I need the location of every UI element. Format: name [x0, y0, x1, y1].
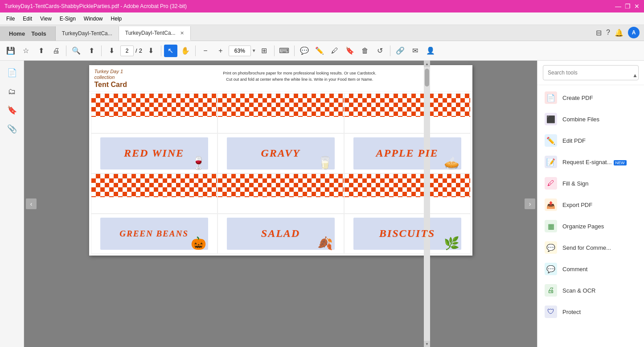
tool-item-comment[interactable]: 💬 Comment: [537, 258, 644, 280]
print-button[interactable]: 🖨: [49, 44, 63, 58]
tool-item-scan-ocr[interactable]: 🖨 Scan & OCR: [537, 280, 644, 301]
stamp-button[interactable]: 🔖: [343, 44, 357, 58]
tab-help-icon[interactable]: ⊟: [596, 29, 602, 37]
zoom-input[interactable]: [229, 45, 251, 56]
hand-tool-button[interactable]: ✋: [178, 44, 193, 58]
food-illustration-1: 🍷: [191, 156, 206, 170]
tool-item-organize-pages[interactable]: ▦ Organize Pages: [537, 215, 644, 237]
menu-esign[interactable]: E-Sign: [56, 15, 79, 23]
scroll-right-arrow[interactable]: ›: [525, 198, 535, 209]
bookmark-button[interactable]: ☆: [19, 44, 33, 58]
next-page-button[interactable]: ⬇: [144, 44, 158, 58]
divider-7: [390, 45, 390, 56]
food-illustration-3: 🥧: [444, 156, 459, 170]
menu-help[interactable]: Help: [107, 15, 126, 23]
page-number-input[interactable]: [120, 45, 134, 56]
title-bar-controls[interactable]: — ❐ ✕: [615, 3, 640, 10]
tool-item-edit-pdf[interactable]: ✏️ Edit PDF: [537, 130, 644, 151]
tool-item-create-pdf[interactable]: 📄 Create PDF: [537, 87, 644, 108]
export-pdf-label: Export PDF: [562, 202, 592, 208]
email-button[interactable]: ✉: [408, 44, 422, 58]
tool-item-export-pdf[interactable]: 📤 Export PDF: [537, 194, 644, 215]
houndstooth-svg-2: [218, 94, 344, 117]
tab-home[interactable]: Home Tools: [0, 26, 56, 41]
left-panel-attach-btn[interactable]: 📎: [4, 120, 21, 137]
svg-rect-35: [345, 174, 470, 197]
pdf-header: Turkey Day 1 collection Tent Card Print …: [89, 65, 472, 91]
tab-doc-1[interactable]: TurkeyDayI-TentCa...: [56, 26, 119, 41]
title-bar: TurkeyDay1-TentCards-ShabbyPickleParties…: [0, 0, 644, 12]
divider-5: [274, 45, 275, 56]
comment-button[interactable]: 💬: [297, 44, 312, 58]
tool-item-fill-sign[interactable]: 🖊 Fill & Sign: [537, 173, 644, 194]
svg-rect-29: [218, 174, 344, 197]
delete-button[interactable]: 🗑: [358, 44, 372, 58]
menu-file[interactable]: File: [3, 15, 18, 23]
food-label-apple-pie: APPLE PIE 🥧: [344, 133, 471, 174]
card-cell-top-2: [217, 93, 344, 133]
link-button[interactable]: 🔗: [393, 44, 407, 58]
home-tab-label: Home: [9, 30, 25, 37]
comment-search-button[interactable]: 🔍: [69, 44, 83, 58]
left-panel-page-btn[interactable]: 📄: [4, 64, 21, 81]
food-label-biscuits: BISCUITS 🌿: [344, 214, 471, 254]
sign-button[interactable]: 👤: [423, 44, 438, 58]
user-avatar[interactable]: A: [628, 27, 640, 38]
zoom-dropdown-arrow[interactable]: ▼: [252, 48, 256, 53]
left-panel-bookmark-btn[interactable]: 🔖: [4, 102, 21, 119]
tab-close-button[interactable]: ✕: [180, 30, 184, 36]
zoom-out-button[interactable]: −: [198, 44, 213, 58]
divider-2: [101, 45, 102, 56]
tab-question-icon[interactable]: ?: [606, 29, 610, 37]
zoom-control: ▼: [229, 45, 256, 56]
upload-button[interactable]: ⬆: [34, 44, 48, 58]
scroll-left-arrow[interactable]: ‹: [26, 198, 37, 209]
scroll-down-button[interactable]: ▼: [424, 341, 430, 347]
food-label-text-4: GREEN BEANS: [119, 229, 189, 239]
menu-edit[interactable]: Edit: [19, 15, 36, 23]
keyboard-button[interactable]: ⌨: [277, 44, 291, 58]
card-cell-mid-3: [344, 174, 471, 214]
highlight-button[interactable]: 🖊: [328, 44, 342, 58]
edit-pdf-icon: ✏️: [545, 134, 557, 147]
left-panel-layers-btn[interactable]: 🗂: [4, 83, 21, 100]
save-button[interactable]: 💾: [4, 44, 18, 58]
houndstooth-svg-4: [91, 174, 217, 197]
send-comment-icon: 💬: [545, 241, 557, 254]
tab-bar: Home Tools TurkeyDayI-TentCa... TurkeyDa…: [0, 25, 644, 41]
share-button[interactable]: ⬆: [84, 44, 98, 58]
scroll-thumb[interactable]: [425, 69, 429, 87]
food-label-salad: SALAD 🍂: [217, 214, 344, 254]
zoom-in-button[interactable]: +: [213, 44, 228, 58]
pencil-button[interactable]: ✏️: [312, 44, 327, 58]
menu-window[interactable]: Window: [80, 15, 107, 23]
minimize-button[interactable]: —: [615, 3, 621, 10]
close-button[interactable]: ✕: [634, 3, 640, 10]
houndstooth-svg-3: [345, 94, 470, 117]
maximize-button[interactable]: ❐: [625, 3, 631, 10]
vertical-scrollbar[interactable]: ▲ ▼: [424, 61, 430, 347]
tool-item-combine-files[interactable]: ⬛ Combine Files: [537, 108, 644, 130]
card-cell-top-1: [91, 93, 217, 133]
select-tool-button[interactable]: ↖: [164, 45, 177, 57]
tab-doc-2[interactable]: TurkeyDayI-TentCa... ✕: [119, 26, 191, 41]
tab-bell-icon[interactable]: 🔔: [615, 29, 623, 37]
scroll-up-button[interactable]: ▲: [424, 61, 430, 67]
tool-item-protect[interactable]: 🛡 Protect: [537, 301, 644, 322]
main-area: 📄 🗂 🔖 📎 ‹ Turkey Day 1 collection Tent C…: [0, 61, 644, 347]
right-panel: ▲ 📄 Create PDF ⬛ Combine Files ✏️ Edit P…: [537, 61, 644, 347]
tools-scroll-up-arrow[interactable]: ▲: [632, 72, 638, 78]
food-label-text-3: APPLE PIE: [376, 147, 438, 159]
tool-item-request-esign[interactable]: 📝 Request E-signat...NEW: [537, 151, 644, 173]
tool-item-send-comment[interactable]: 💬 Send for Comme...: [537, 237, 644, 258]
prev-page-button[interactable]: ⬇: [104, 44, 119, 58]
pdf-instructions: Print on photo/brochure paper for more p…: [132, 69, 467, 83]
svg-rect-23: [91, 174, 217, 197]
edit-pdf-label: Edit PDF: [562, 137, 586, 144]
tools-search-input[interactable]: [543, 65, 639, 80]
food-label-text-1: RED WINE: [124, 147, 184, 159]
food-illustration-4: 🎃: [191, 236, 206, 251]
fit-page-button[interactable]: ⊞: [257, 44, 271, 58]
undo-button[interactable]: ↺: [373, 44, 387, 58]
menu-view[interactable]: View: [37, 15, 55, 23]
